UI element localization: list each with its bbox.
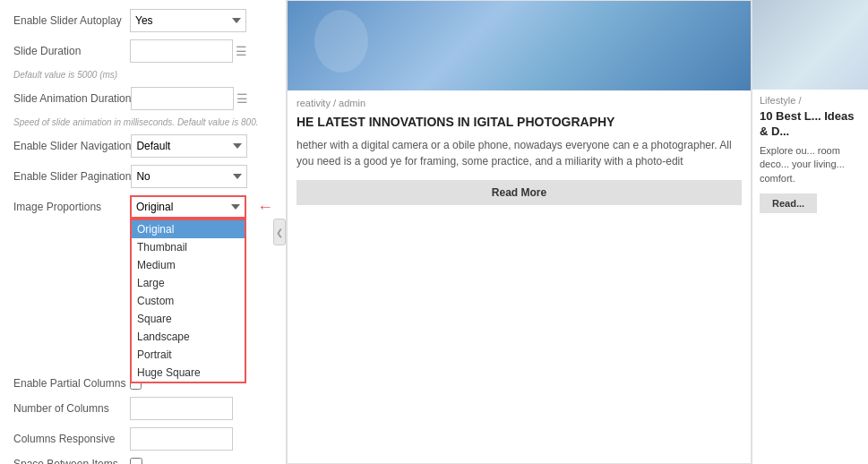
columns-responsive-label: Columns Responsive: [13, 433, 130, 445]
columns-responsive-input[interactable]: [130, 427, 233, 451]
enable-slider-autoplay-control: Yes No: [130, 9, 272, 32]
option-original[interactable]: Original: [132, 220, 245, 238]
option-landscape[interactable]: Landscape: [132, 328, 245, 346]
option-medium[interactable]: Medium: [132, 256, 245, 274]
option-portrait[interactable]: Portrait: [132, 346, 245, 364]
slide-duration-control: ☰: [130, 39, 272, 63]
article-partial-category: Lifestyle: [760, 95, 795, 106]
panel-collapse-handle[interactable]: ❮: [273, 219, 286, 245]
number-of-columns-label: Number of Columns: [13, 402, 130, 415]
number-of-columns-row: Number of Columns: [13, 397, 272, 420]
article-main-image: [288, 1, 751, 90]
image-proportions-container: Original Original Thumbnail Medium Large…: [130, 195, 246, 219]
slide-animation-icon[interactable]: ☰: [236, 91, 248, 106]
image-proportions-select[interactable]: Original: [130, 195, 246, 219]
option-custom[interactable]: Custom: [132, 292, 245, 310]
image-proportions-row: Image Proportions Original Original Thum…: [13, 195, 272, 219]
enable-slider-navigation-control: Default Yes No: [131, 134, 272, 158]
enable-partial-columns-label: Enable Partial Columns: [13, 377, 130, 390]
slide-animation-input[interactable]: [131, 87, 234, 110]
slide-duration-row: Slide Duration ☰: [13, 39, 272, 63]
article-main-category: reativity: [296, 98, 331, 108]
space-between-items-control: [130, 458, 272, 464]
article-main-title: HE LATEST INNOVATIONS IN IGITAL PHOTOGRA…: [288, 110, 751, 133]
dropdown-arrow-indicator: ←: [257, 198, 273, 217]
enable-slider-autoplay-row: Enable Slider Autoplay Yes No: [13, 9, 272, 32]
slide-animation-control: ☰: [131, 87, 272, 110]
space-between-items-checkbox[interactable]: [130, 458, 142, 464]
preview-panel: reativity / admin HE LATEST INNOVATIONS …: [287, 0, 868, 464]
enable-slider-navigation-row: Enable Slider Navigation Default Yes No: [13, 134, 272, 158]
article-partial-image: [752, 0, 868, 90]
number-of-columns-input[interactable]: [130, 397, 233, 420]
slide-animation-row: Slide Animation Duration ☰: [13, 87, 272, 110]
number-of-columns-control: [130, 397, 272, 420]
preview-area: reativity / admin HE LATEST INNOVATIONS …: [287, 0, 868, 464]
enable-slider-navigation-select[interactable]: Default Yes No: [131, 134, 247, 158]
slide-duration-icon[interactable]: ☰: [236, 44, 247, 58]
option-square[interactable]: Square: [132, 310, 245, 328]
article-main-author: admin: [339, 98, 365, 108]
article-partial-read-more[interactable]: Read...: [760, 193, 817, 213]
slide-animation-label: Slide Animation Duration: [13, 92, 131, 105]
article-card-partial: Lifestyle / 10 Best L... Ideas & D... Ex…: [752, 0, 868, 464]
space-between-items-label: Space Between Items: [13, 458, 130, 464]
slide-duration-input[interactable]: [130, 39, 233, 63]
article-main-excerpt: hether with a digital camera or a obile …: [288, 133, 751, 173]
image-proportions-label: Image Proportions: [13, 201, 130, 213]
enable-slider-navigation-label: Enable Slider Navigation: [13, 140, 131, 152]
enable-slider-autoplay-select[interactable]: Yes No: [130, 9, 246, 32]
option-large[interactable]: Large: [132, 274, 245, 292]
article-main-meta: reativity / admin: [288, 90, 751, 110]
space-between-items-row: Space Between Items: [13, 458, 272, 464]
article-partial-title: 10 Best L... Ideas & D...: [752, 107, 868, 142]
article-main-separator: /: [333, 98, 336, 108]
enable-slider-pagination-control: No Yes: [131, 165, 272, 188]
columns-responsive-row: Columns Responsive: [13, 427, 272, 451]
slide-animation-hint: Speed of slide animation in milliseconds…: [13, 117, 272, 127]
image-proportions-dropdown-list: Original Thumbnail Medium Large Custom S…: [130, 219, 246, 383]
article-main-read-more[interactable]: Read More: [296, 180, 742, 205]
option-thumbnail[interactable]: Thumbnail: [132, 238, 245, 256]
enable-slider-pagination-row: Enable Slider Pagination No Yes: [13, 165, 272, 188]
columns-responsive-control: [130, 427, 272, 451]
article-card-main: reativity / admin HE LATEST INNOVATIONS …: [287, 0, 752, 464]
enable-slider-autoplay-label: Enable Slider Autoplay: [13, 14, 130, 27]
slide-duration-hint: Default value is 5000 (ms): [13, 70, 272, 80]
slide-duration-label: Slide Duration: [13, 45, 130, 57]
option-huge-square[interactable]: Huge Square: [132, 364, 245, 382]
article-partial-separator: /: [798, 95, 801, 106]
article-partial-excerpt: Explore ou... room deco... your living..…: [752, 142, 868, 188]
enable-slider-pagination-select[interactable]: No Yes: [131, 165, 247, 188]
enable-slider-pagination-label: Enable Slider Pagination: [13, 170, 131, 183]
article-partial-meta: Lifestyle /: [752, 90, 868, 107]
settings-panel: Enable Slider Autoplay Yes No Slide Dura…: [0, 0, 287, 464]
